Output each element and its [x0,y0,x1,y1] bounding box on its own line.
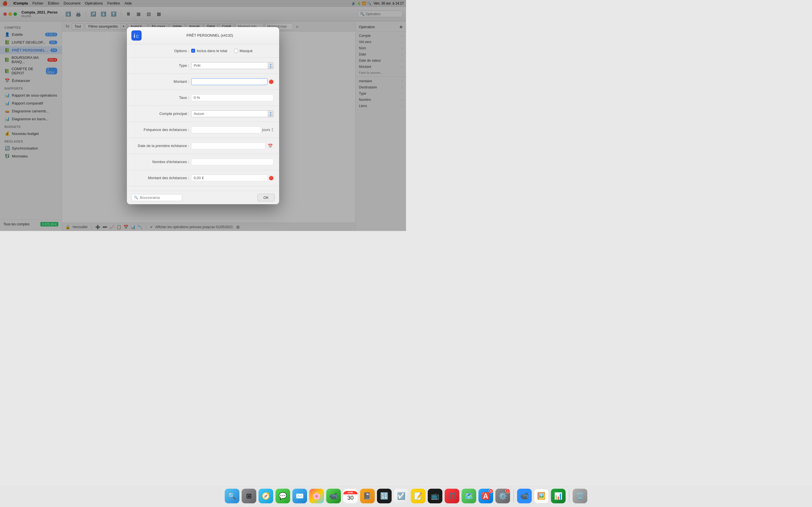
modal-frequence-section: Fréquence des échéances : jours ▲ ▼ [127,122,279,138]
frequence-unit: jours ▲ ▼ [262,128,273,132]
modal-search-input[interactable] [140,195,187,200]
montant-ech-label: Montant des échéances : [133,176,189,180]
montant-ech-input-row: 0,00 € 🔴 [191,175,273,181]
nombre-input[interactable] [191,159,273,165]
frequence-stepper[interactable]: ▲ ▼ [271,128,273,132]
modal-overlay: i C PRÊT PERSONNEL (x4132) Options : ✓ I… [0,0,406,231]
calendar-picker-icon[interactable]: 📅 [267,143,273,149]
type-label: Type : [133,63,189,68]
modal-title: PRÊT PERSONNEL (x4132) [145,33,274,38]
montant-input[interactable] [191,78,267,85]
compte-arrows[interactable]: ▲ ▼ [268,110,273,117]
frequence-unit-label: jours [262,128,270,132]
compte-label: Compte principal : [133,112,189,116]
taux-label: Taux : [133,96,189,100]
inclus-row: ✓ Inclus dans le total [191,49,227,53]
modal-type-section: Type : Prêt ▲ ▼ [127,58,279,74]
modal-frequence-row: Fréquence des échéances : jours ▲ ▼ [133,125,273,135]
stepper-down-icon: ▼ [271,130,273,132]
svg-text:i: i [134,33,135,39]
type-select: Prêt ▲ ▼ [191,62,273,69]
montant-input-row: 🔴 [191,78,273,85]
modal-taux-row: Taux : 0 % [133,93,273,103]
chevron-down-icon: ▼ [269,114,272,117]
ok-button[interactable]: OK [257,194,274,202]
modal-titlebar: i C PRÊT PERSONNEL (x4132) [127,27,279,44]
modal-search-icon: 🔍 [134,195,138,200]
frequence-label: Fréquence des échéances : [133,128,189,132]
modal-montant-ech-section: Montant des échéances : 0,00 € 🔴 [127,170,279,186]
masque-row: Masqué [234,49,253,53]
modal-cat-capital-section: Catégorie pour le capital : Aucune ▲ ▼ [127,186,279,191]
type-arrows[interactable]: ▲ ▼ [268,62,273,69]
montant-arrow-down-icon: 🔴 [269,79,273,84]
modal-search-area[interactable]: 🔍 [132,194,182,201]
modal-options-section: Options : ✓ Inclus dans le total Masqué [127,44,279,58]
frequence-input[interactable] [191,126,261,133]
chevron-up-icon: ▲ [269,111,272,114]
nombre-label: Nombre d'échéances : [133,160,189,164]
options-label: Options : [133,49,189,53]
modal-date-row: Date de la première échéance : 📅 [133,141,273,151]
taux-value: 0 % [191,94,273,101]
modal-montant-ech-row: Montant des échéances : 0,00 € 🔴 [133,173,273,183]
chevron-down-icon: ▼ [269,66,272,68]
date-input[interactable] [191,143,266,149]
modal-nombre-section: Nombre d'échéances : [127,154,279,170]
inclus-checkbox[interactable]: ✓ [191,49,195,53]
modal-footer: 🔍 OK [127,191,279,204]
modal-montant-section: Montant : 🔴 [127,74,279,90]
modal-compte-row: Compte principal : Aucun ▲ ▼ [133,109,273,119]
compte-select: Aucun ▲ ▼ [191,110,273,117]
compte-display: Aucun [191,110,268,117]
modal-body: Options : ✓ Inclus dans le total Masqué … [127,44,279,191]
montant-ech-arrow-icon: 🔴 [269,176,273,180]
masque-label: Masqué [240,49,253,53]
modal-options-row: Options : ✓ Inclus dans le total Masqué [133,47,273,55]
modal-montant-row: Montant : 🔴 [133,76,273,87]
inclus-label: Inclus dans le total [197,49,227,53]
modal-app-icon: i C [132,31,142,41]
modal-type-row: Type : Prêt ▲ ▼ [133,61,273,71]
modal-date-section: Date de la première échéance : 📅 [127,138,279,154]
montant-label: Montant : [133,79,189,83]
modal-compte-section: Compte principal : Aucun ▲ ▼ [127,106,279,122]
type-display: Prêt [191,62,268,69]
modal-dialog: i C PRÊT PERSONNEL (x4132) Options : ✓ I… [127,27,279,204]
chevron-up-icon: ▲ [269,63,272,66]
date-label: Date de la première échéance : [133,144,189,148]
masque-checkbox[interactable] [234,49,238,53]
modal-taux-section: Taux : 0 % [127,90,279,106]
svg-text:C: C [136,34,139,39]
montant-ech-value: 0,00 € [191,175,267,181]
date-input-area: 📅 [191,143,273,149]
frequence-input-area: jours ▲ ▼ [191,126,273,133]
modal-nombre-row: Nombre d'échéances : [133,157,273,167]
